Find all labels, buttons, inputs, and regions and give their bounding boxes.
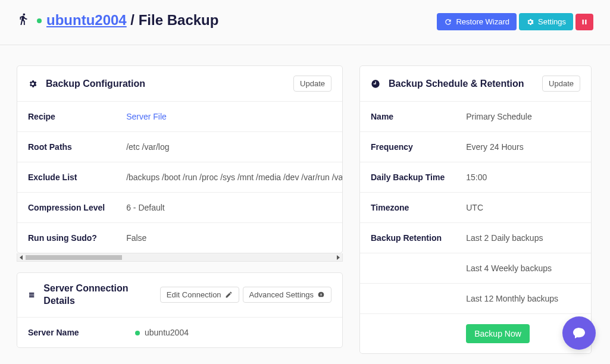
edit-connection-button[interactable]: Edit Connection (160, 287, 239, 303)
server-name-link[interactable]: ubuntu2004 (46, 12, 127, 28)
horizontal-scrollbar[interactable] (17, 253, 343, 262)
running-person-icon (17, 12, 30, 27)
retention-weekly-value: Last 4 Weekly backups (455, 253, 591, 284)
server-name-label: Server Name (17, 318, 124, 347)
table-row: Last 12 Monthly backups (360, 284, 591, 314)
breadcrumb-separator: / (130, 12, 134, 28)
backup-config-card: Backup Configuration Update Recipe Serve… (17, 65, 343, 262)
schedule-card: Backup Schedule & Retention Update Name … (359, 65, 592, 354)
update-config-button[interactable]: Update (293, 76, 331, 92)
server-icon (28, 290, 35, 300)
table-row: Server Name ubuntu2004 (17, 318, 342, 347)
root-paths-value: /etc /var/log (115, 132, 342, 162)
dashboard-icon (317, 291, 325, 299)
gear-icon (526, 18, 534, 26)
empty-cell (360, 253, 455, 284)
help-fab-button[interactable] (562, 316, 596, 350)
frequency-label: Frequency (360, 132, 455, 162)
table-row: Backup Retention Last 2 Daily backups (360, 223, 591, 253)
table-row: Name Primary Schedule (360, 102, 591, 132)
settings-button[interactable]: Settings (519, 13, 573, 30)
table-row: Run using Sudo? False (17, 223, 342, 253)
restore-wizard-label: Restore Wizard (456, 17, 509, 26)
schedule-title: Backup Schedule & Retention (389, 79, 524, 89)
scrollbar-thumb[interactable] (26, 255, 122, 260)
page-title: ubuntu2004 / File Backup (37, 12, 218, 29)
config-table: Recipe Server File Root Paths /etc /var/… (17, 102, 342, 253)
compression-label: Compression Level (17, 193, 115, 223)
recipe-label: Recipe (17, 102, 115, 132)
sudo-value: False (115, 223, 342, 253)
backup-type-label: File Backup (139, 12, 219, 28)
table-row: Root Paths /etc /var/log (17, 132, 342, 162)
retention-monthly-value: Last 12 Monthly backups (455, 284, 591, 314)
frequency-value: Every 24 Hours (455, 132, 591, 162)
title-area: ubuntu2004 / File Backup (17, 12, 218, 29)
empty-cell (360, 314, 455, 354)
server-connection-card: Server Connection Details Edit Connectio… (17, 272, 343, 348)
advanced-settings-label: Advanced Settings (249, 290, 314, 299)
update-config-label: Update (300, 79, 325, 88)
backup-now-label: Backup Now (474, 329, 521, 338)
schedule-table: Name Primary Schedule Frequency Every 24… (360, 102, 591, 353)
edit-icon (225, 291, 233, 299)
table-row: Timezone UTC (360, 193, 591, 223)
advanced-settings-button[interactable]: Advanced Settings (243, 287, 331, 303)
page-header: ubuntu2004 / File Backup Restore Wizard … (0, 0, 610, 45)
exclude-label: Exclude List (17, 162, 115, 193)
compression-value: 6 - Default (115, 193, 342, 223)
gear-icon (28, 79, 37, 89)
server-connection-title: Server Connection Details (43, 283, 135, 307)
recipe-link[interactable]: Server File (126, 112, 167, 121)
server-name-text: ubuntu2004 (145, 328, 189, 337)
backup-now-button[interactable]: Backup Now (466, 324, 530, 343)
chat-icon (572, 326, 586, 340)
backup-config-title: Backup Configuration (46, 79, 145, 89)
edit-connection-label: Edit Connection (167, 290, 221, 299)
backup-config-header: Backup Configuration Update (17, 66, 342, 102)
status-dot-icon (135, 331, 140, 335)
restore-wizard-button[interactable]: Restore Wizard (437, 13, 517, 30)
table-row: Recipe Server File (17, 102, 342, 132)
sudo-label: Run using Sudo? (17, 223, 115, 253)
exclude-value: /backups /boot /run /proc /sys /mnt /med… (115, 162, 342, 193)
status-dot-icon (37, 18, 42, 23)
timezone-label: Timezone (360, 193, 455, 223)
connection-table: Server Name ubuntu2004 (17, 318, 342, 347)
table-row: Compression Level 6 - Default (17, 193, 342, 223)
empty-cell (360, 284, 455, 314)
clock-icon (371, 79, 380, 89)
timezone-value: UTC (455, 193, 591, 223)
scroll-left-arrow-icon[interactable] (20, 255, 23, 260)
retention-daily-value: Last 2 Daily backups (455, 223, 591, 253)
daily-time-label: Daily Backup Time (360, 162, 455, 193)
server-connection-header: Server Connection Details Edit Connectio… (17, 273, 342, 318)
table-row: Last 4 Weekly backups (360, 253, 591, 284)
root-paths-label: Root Paths (17, 132, 115, 162)
scroll-right-arrow-icon[interactable] (337, 255, 340, 260)
table-row: Daily Backup Time 15:00 (360, 162, 591, 193)
retention-label: Backup Retention (360, 223, 455, 253)
pause-button[interactable] (575, 14, 593, 30)
pause-icon (580, 18, 589, 26)
config-table-scroll[interactable]: Recipe Server File Root Paths /etc /var/… (17, 102, 342, 253)
refresh-icon (444, 18, 452, 26)
daily-time-value: 15:00 (455, 162, 591, 193)
schedule-name-value: Primary Schedule (455, 102, 591, 132)
server-name-value: ubuntu2004 (124, 318, 342, 347)
table-row: Backup Now (360, 314, 591, 354)
settings-label: Settings (538, 17, 566, 26)
table-row: Exclude List /backups /boot /run /proc /… (17, 162, 342, 193)
header-actions: Restore Wizard Settings (437, 13, 593, 30)
update-schedule-label: Update (549, 79, 574, 88)
schedule-header: Backup Schedule & Retention Update (360, 66, 591, 102)
schedule-name-label: Name (360, 102, 455, 132)
update-schedule-button[interactable]: Update (542, 76, 580, 92)
table-row: Frequency Every 24 Hours (360, 132, 591, 162)
